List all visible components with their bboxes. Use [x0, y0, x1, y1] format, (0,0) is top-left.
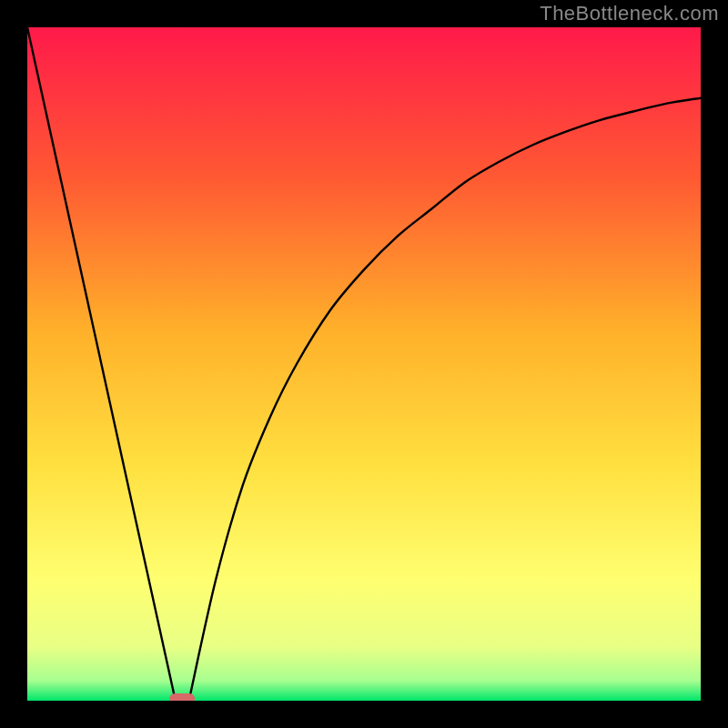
bottleneck-marker [169, 693, 195, 701]
watermark-text: TheBottleneck.com [540, 2, 719, 25]
gradient-background [27, 27, 701, 701]
bottleneck-curve-chart [27, 27, 701, 701]
plot-area [27, 27, 701, 701]
chart-container: TheBottleneck.com [0, 0, 728, 728]
